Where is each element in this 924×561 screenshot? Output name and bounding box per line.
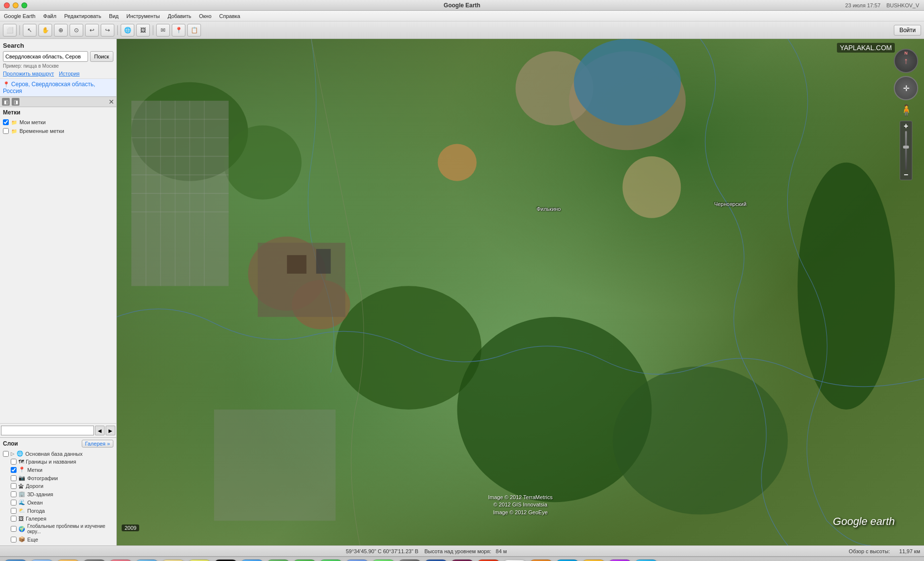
toolbar-clipboard-btn[interactable]: 📋: [187, 24, 201, 37]
marker-checkbox-temp[interactable]: [3, 128, 9, 134]
layer-label-gallery: Галерея: [26, 516, 46, 522]
layer-item-marks[interactable]: 📍 Метки: [3, 466, 113, 474]
route-link[interactable]: Проложить маршрут: [3, 71, 54, 76]
layer-item-weather[interactable]: ⛅ Погода: [3, 506, 113, 515]
marker-item-temp[interactable]: 📁 Временные метки: [3, 127, 113, 135]
credit-line-2: © 2012 GIS Innovatsia: [488, 501, 553, 508]
window-title: Google Earth: [444, 2, 480, 9]
window-controls[interactable]: [4, 2, 27, 8]
search-result-item[interactable]: Серов, Свердловская область, Россия: [0, 78, 116, 96]
layer-checkbox-gallery[interactable]: [11, 516, 17, 522]
menu-add[interactable]: Добавить: [167, 13, 191, 19]
menu-edit[interactable]: Редактировать: [64, 13, 101, 19]
menu-window[interactable]: Окно: [199, 13, 212, 19]
toolbar-tilt-btn[interactable]: ⊙: [70, 24, 83, 37]
maximize-button[interactable]: [21, 2, 27, 8]
layer-checkbox-marks[interactable]: [11, 467, 17, 473]
history-link[interactable]: История: [59, 71, 80, 76]
marker-search-bar: ◀ ▶: [0, 423, 116, 437]
divider-icon-1[interactable]: ◧: [2, 98, 10, 106]
zoom-in-button[interactable]: +: [900, 121, 912, 131]
layer-item-gallery[interactable]: 🖼 Галерея: [3, 515, 113, 523]
compass[interactable]: N ↑: [894, 49, 918, 73]
toolbar-redo-btn[interactable]: ↪: [101, 24, 114, 37]
divider-icon-2[interactable]: ◨: [12, 98, 19, 106]
marker-search-prev-btn[interactable]: ◀: [95, 426, 105, 435]
layer-label-ocean: Океан: [27, 500, 43, 505]
gallery-button[interactable]: Галерея »: [82, 440, 113, 448]
zoom-slider[interactable]: [905, 131, 907, 170]
layer-icon-more: 📦: [18, 536, 25, 542]
layer-icon-main-db: 🌐: [17, 450, 23, 457]
svg-point-4: [613, 366, 788, 514]
status-center: 59°34'45.90" С 60°37'11.23" В Высота над…: [10, 548, 843, 554]
svg-rect-26: [258, 243, 345, 317]
layer-item-global[interactable]: 🌍 Глобальные проблемы и изучение окру...: [3, 523, 113, 535]
layer-checkbox-borders[interactable]: [11, 459, 17, 465]
menu-view[interactable]: Вид: [109, 13, 119, 19]
layer-item-borders[interactable]: 🗺 Границы и названия: [3, 458, 113, 466]
menu-google-earth[interactable]: Google Earth: [4, 13, 36, 19]
layer-item-more[interactable]: 📦 Еще: [3, 535, 113, 543]
layer-item-3d[interactable]: 🏢 3D-здания: [3, 490, 113, 498]
layer-checkbox-weather[interactable]: [11, 508, 17, 514]
search-input[interactable]: [3, 51, 88, 62]
close-button[interactable]: [4, 2, 10, 8]
minimize-button[interactable]: [13, 2, 18, 8]
layer-checkbox-3d[interactable]: [11, 491, 17, 497]
svg-point-1: [224, 126, 302, 200]
elevation-value: 84 м: [496, 548, 507, 554]
layer-label-roads: Дороги: [26, 483, 43, 489]
toolbar-tour-btn[interactable]: 🌐: [121, 24, 134, 37]
compass-arrow-icon: ↑: [904, 56, 908, 66]
layer-checkbox-more[interactable]: [11, 537, 17, 542]
layer-item-ocean[interactable]: 🌊 Океан: [3, 498, 113, 506]
layer-icon-photos: 📷: [18, 475, 25, 481]
layer-item-roads[interactable]: 🛣 Дороги: [3, 482, 113, 490]
toolbar-pointer-btn[interactable]: ↖: [23, 24, 36, 37]
status-bar: 59°34'45.90" С 60°37'11.23" В Высота над…: [0, 545, 924, 556]
toolbar-hand-btn[interactable]: ✋: [38, 24, 52, 37]
zoom-control: + −: [900, 121, 912, 180]
layers-section: Слои Галерея » ▷ 🌐 Основная база данных …: [0, 437, 116, 545]
layer-checkbox-ocean[interactable]: [11, 500, 17, 505]
layer-item-main-db[interactable]: ▷ 🌐 Основная база данных: [3, 449, 113, 458]
layer-icon-weather: ⛅: [18, 507, 25, 514]
layer-label-more: Еще: [27, 537, 38, 542]
menu-help[interactable]: Справка: [219, 13, 240, 19]
marker-item-my[interactable]: 📁 Мои метки: [3, 118, 113, 127]
markers-section: Метки 📁 Мои метки 📁 Временные метки: [0, 107, 116, 423]
toolbar-zoom-btn[interactable]: ⊕: [54, 24, 68, 37]
compass-north-label: N: [905, 51, 908, 56]
layer-icon-marks: 📍: [18, 467, 25, 473]
map-area[interactable]: Филькино Черноярский Image © 2012 TerraM…: [117, 39, 924, 545]
marker-search-next-btn[interactable]: ▶: [106, 426, 115, 435]
zoom-out-button[interactable]: −: [900, 170, 912, 180]
toolbar-photo-btn[interactable]: 🖼: [136, 24, 150, 37]
layers-title: Слои: [3, 440, 18, 447]
marker-checkbox-my[interactable]: [3, 119, 9, 125]
nav-ring[interactable]: ✛: [894, 76, 918, 100]
overview-value: 11,97 км: [899, 548, 920, 554]
taskbar: 🔍 📧 📁 ⚙ 🎵 🎨 🖼 📝 💻 🌐 🗺 📊 💬 🔵 🟢 📱 Ps Id Is…: [0, 556, 924, 561]
search-button[interactable]: Поиск: [90, 51, 113, 62]
layer-checkbox-main-db[interactable]: [3, 451, 9, 457]
toolbar-pin-btn[interactable]: 📍: [172, 24, 185, 37]
layer-checkbox-global[interactable]: [11, 526, 17, 532]
street-view-icon[interactable]: 🧍: [901, 103, 911, 118]
toolbar-email-btn[interactable]: ✉: [156, 24, 170, 37]
layer-item-photos[interactable]: 📷 Фотографии: [3, 474, 113, 482]
toolbar-sep-2: [117, 25, 118, 35]
coordinates-label: 59°34'45.90" С 60°37'11.23" В: [346, 548, 418, 554]
menu-file[interactable]: Файл: [43, 13, 56, 19]
layer-checkbox-roads[interactable]: [11, 483, 17, 489]
toolbar-undo-btn[interactable]: ↩: [85, 24, 99, 37]
menu-tools[interactable]: Инструменты: [127, 13, 160, 19]
menu-bar: Google Earth Файл Редактировать Вид Инст…: [0, 11, 924, 21]
panel-close-icon[interactable]: ✕: [109, 98, 114, 106]
layer-checkbox-photos[interactable]: [11, 475, 17, 481]
toolbar-fullscreen-btn[interactable]: ⬜: [3, 24, 17, 37]
marker-search-input[interactable]: [1, 426, 94, 435]
login-button[interactable]: Войти: [894, 25, 921, 36]
layer-icon-ocean: 🌊: [18, 499, 25, 505]
